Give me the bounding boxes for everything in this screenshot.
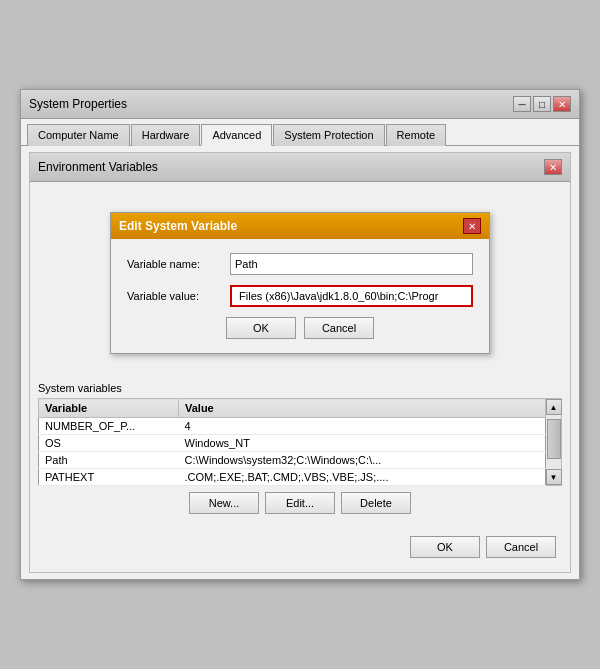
env-dialog-content: Edit System Variable ✕ Variable name: Va…: [30, 182, 570, 364]
edit-close-button[interactable]: ✕: [463, 218, 481, 234]
col-variable: Variable: [39, 399, 179, 418]
edit-button[interactable]: Edit...: [265, 492, 335, 514]
table-scrollbar[interactable]: ▲ ▼: [546, 398, 562, 486]
user-vars-label: [44, 192, 556, 206]
title-bar: System Properties ─ □ ✕: [21, 90, 579, 119]
tab-hardware[interactable]: Hardware: [131, 124, 201, 146]
var-value-cell: .COM;.EXE;.BAT;.CMD;.VBS;.VBE;.JS;....: [179, 469, 546, 486]
var-name-cell: NUMBER_OF_P...: [39, 418, 179, 435]
title-controls: ─ □ ✕: [513, 96, 571, 112]
sys-vars-buttons: New... Edit... Delete: [38, 486, 562, 520]
scroll-track[interactable]: [546, 415, 561, 469]
tabs-bar: Computer Name Hardware Advanced System P…: [21, 119, 579, 146]
var-value-cell: Windows_NT: [179, 435, 546, 452]
variable-name-row: Variable name:: [127, 253, 473, 275]
variable-value-label: Variable value:: [127, 290, 222, 302]
env-close-button[interactable]: ✕: [544, 159, 562, 175]
edit-cancel-button[interactable]: Cancel: [304, 317, 374, 339]
table-row[interactable]: PATHEXT .COM;.EXE;.BAT;.CMD;.VBS;.VBE;.J…: [39, 469, 546, 486]
env-dialog-titlebar: Environment Variables ✕: [30, 153, 570, 182]
var-value-cell: C:\Windows\system32;C:\Windows;C:\...: [179, 452, 546, 469]
edit-ok-button[interactable]: OK: [226, 317, 296, 339]
table-row[interactable]: Path C:\Windows\system32;C:\Windows;C:\.…: [39, 452, 546, 469]
edit-dialog-buttons: OK Cancel: [127, 317, 473, 339]
tab-remote[interactable]: Remote: [386, 124, 447, 146]
table-row[interactable]: OS Windows_NT: [39, 435, 546, 452]
cancel-button[interactable]: Cancel: [486, 536, 556, 558]
delete-button[interactable]: Delete: [341, 492, 411, 514]
maximize-button[interactable]: □: [533, 96, 551, 112]
new-button[interactable]: New...: [189, 492, 259, 514]
table-scroll-area: Variable Value NUMBER_OF_P... 4 OS: [38, 398, 546, 486]
environment-variables-area: Environment Variables ✕ Edit System Vari…: [29, 152, 571, 573]
variable-value-input[interactable]: [230, 285, 473, 307]
env-dialog-title: Environment Variables: [38, 160, 158, 174]
system-properties-window: System Properties ─ □ ✕ Computer Name Ha…: [20, 89, 580, 580]
close-button[interactable]: ✕: [553, 96, 571, 112]
table-row[interactable]: NUMBER_OF_P... 4: [39, 418, 546, 435]
scroll-up-arrow[interactable]: ▲: [546, 399, 562, 415]
var-name-cell: PATHEXT: [39, 469, 179, 486]
variable-name-label: Variable name:: [127, 258, 222, 270]
ok-button[interactable]: OK: [410, 536, 480, 558]
var-value-cell: 4: [179, 418, 546, 435]
tab-computer-name[interactable]: Computer Name: [27, 124, 130, 146]
edit-dialog-titlebar: Edit System Variable ✕: [111, 213, 489, 239]
edit-dialog-title: Edit System Variable: [119, 219, 237, 233]
edit-system-variable-dialog: Edit System Variable ✕ Variable name: Va…: [110, 212, 490, 354]
col-value: Value: [179, 399, 546, 418]
minimize-button[interactable]: ─: [513, 96, 531, 112]
system-vars-table: Variable Value NUMBER_OF_P... 4 OS: [38, 398, 546, 486]
variable-value-row: Variable value:: [127, 285, 473, 307]
variable-name-input[interactable]: [230, 253, 473, 275]
system-variables-section: System variables Variable Value NUMBER_O…: [30, 374, 570, 528]
scroll-down-arrow[interactable]: ▼: [546, 469, 562, 485]
window-title: System Properties: [29, 97, 127, 111]
bottom-buttons: OK Cancel: [30, 528, 570, 568]
var-name-cell: Path: [39, 452, 179, 469]
tab-advanced[interactable]: Advanced: [201, 124, 272, 146]
system-variables-label: System variables: [38, 382, 562, 394]
var-name-cell: OS: [39, 435, 179, 452]
edit-dialog-body: Variable name: Variable value: OK Cancel: [111, 239, 489, 353]
system-vars-table-wrapper: Variable Value NUMBER_OF_P... 4 OS: [38, 398, 562, 486]
tab-system-protection[interactable]: System Protection: [273, 124, 384, 146]
scroll-thumb[interactable]: [547, 419, 561, 459]
